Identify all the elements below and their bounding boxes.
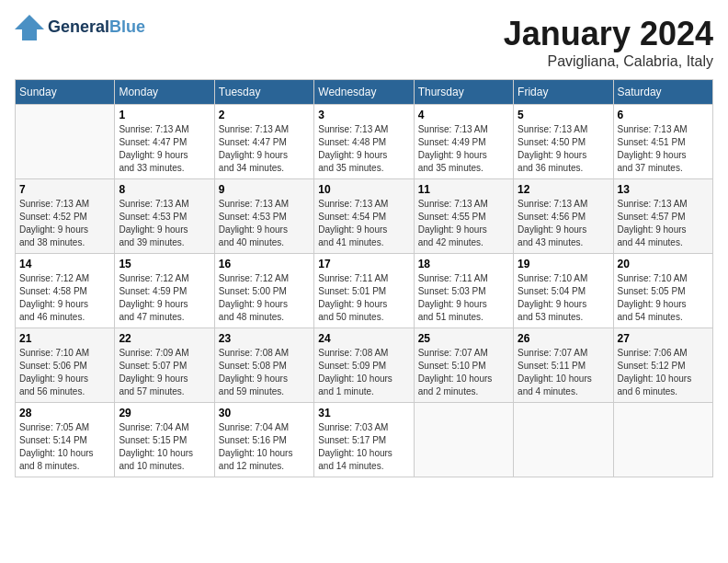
calendar-cell: 31Sunrise: 7:03 AMSunset: 5:17 PMDayligh…: [314, 403, 414, 477]
calendar-body: 1Sunrise: 7:13 AMSunset: 4:47 PMDaylight…: [16, 105, 713, 477]
day-number: 12: [518, 183, 609, 196]
day-number: 2: [219, 109, 310, 121]
day-info: Sunrise: 7:10 AMSunset: 5:04 PMDaylight:…: [518, 272, 609, 324]
weekday-header-sunday: Sunday: [16, 80, 115, 105]
day-info: Sunrise: 7:12 AMSunset: 4:58 PMDaylight:…: [19, 272, 110, 324]
day-info: Sunrise: 7:05 AMSunset: 5:14 PMDaylight:…: [19, 421, 110, 473]
day-number: 29: [119, 407, 210, 419]
page-header: GeneralBlue January 2024 Pavigliana, Cal…: [15, 15, 713, 70]
calendar-cell: [414, 403, 513, 477]
day-info: Sunrise: 7:11 AMSunset: 5:03 PMDaylight:…: [418, 272, 509, 324]
calendar-cell: 8Sunrise: 7:13 AMSunset: 4:53 PMDaylight…: [115, 179, 214, 254]
calendar-cell: 26Sunrise: 7:07 AMSunset: 5:11 PMDayligh…: [514, 328, 613, 403]
calendar-cell: 1Sunrise: 7:13 AMSunset: 4:47 PMDaylight…: [115, 105, 214, 179]
calendar-week-row: 14Sunrise: 7:12 AMSunset: 4:58 PMDayligh…: [16, 254, 713, 328]
calendar-week-row: 28Sunrise: 7:05 AMSunset: 5:14 PMDayligh…: [16, 403, 713, 477]
day-number: 11: [418, 183, 509, 196]
logo-text: GeneralBlue: [48, 18, 145, 37]
day-info: Sunrise: 7:09 AMSunset: 5:07 PMDaylight:…: [119, 347, 210, 398]
day-number: 20: [618, 258, 709, 270]
calendar-cell: 17Sunrise: 7:11 AMSunset: 5:01 PMDayligh…: [314, 254, 414, 328]
day-info: Sunrise: 7:08 AMSunset: 5:09 PMDaylight:…: [318, 347, 409, 398]
day-number: 31: [318, 407, 409, 419]
day-number: 18: [418, 258, 509, 270]
day-info: Sunrise: 7:07 AMSunset: 5:10 PMDaylight:…: [418, 347, 509, 398]
weekday-header-friday: Friday: [514, 80, 613, 105]
logo: GeneralBlue: [15, 15, 145, 40]
day-number: 15: [119, 258, 210, 270]
day-number: 28: [19, 407, 110, 419]
calendar-cell: 9Sunrise: 7:13 AMSunset: 4:53 PMDaylight…: [214, 179, 313, 254]
calendar-cell: 21Sunrise: 7:10 AMSunset: 5:06 PMDayligh…: [16, 328, 115, 403]
calendar-cell: 29Sunrise: 7:04 AMSunset: 5:15 PMDayligh…: [115, 403, 214, 477]
day-info: Sunrise: 7:13 AMSunset: 4:55 PMDaylight:…: [418, 198, 509, 249]
day-info: Sunrise: 7:04 AMSunset: 5:15 PMDaylight:…: [119, 421, 210, 473]
day-info: Sunrise: 7:11 AMSunset: 5:01 PMDaylight:…: [318, 272, 409, 324]
day-number: 27: [618, 332, 709, 345]
day-number: 24: [318, 332, 409, 345]
day-number: 25: [418, 332, 509, 345]
calendar-cell: 14Sunrise: 7:12 AMSunset: 4:58 PMDayligh…: [16, 254, 115, 328]
day-number: 4: [418, 109, 509, 121]
day-number: 13: [618, 183, 709, 196]
calendar-cell: 11Sunrise: 7:13 AMSunset: 4:55 PMDayligh…: [414, 179, 513, 254]
day-info: Sunrise: 7:12 AMSunset: 5:00 PMDaylight:…: [219, 272, 310, 324]
calendar-cell: 5Sunrise: 7:13 AMSunset: 4:50 PMDaylight…: [514, 105, 613, 179]
day-number: 23: [219, 332, 310, 345]
day-number: 19: [518, 258, 609, 270]
title-area: January 2024 Pavigliana, Calabria, Italy: [504, 15, 713, 70]
day-info: Sunrise: 7:10 AMSunset: 5:06 PMDaylight:…: [19, 347, 110, 398]
weekday-header-tuesday: Tuesday: [214, 80, 313, 105]
day-number: 22: [119, 332, 210, 345]
calendar-cell: 10Sunrise: 7:13 AMSunset: 4:54 PMDayligh…: [314, 179, 414, 254]
day-info: Sunrise: 7:13 AMSunset: 4:53 PMDaylight:…: [219, 198, 310, 249]
calendar-cell: [16, 105, 115, 179]
day-info: Sunrise: 7:13 AMSunset: 4:54 PMDaylight:…: [318, 198, 409, 249]
day-number: 14: [19, 258, 110, 270]
calendar-cell: [514, 403, 613, 477]
calendar-cell: 23Sunrise: 7:08 AMSunset: 5:08 PMDayligh…: [214, 328, 313, 403]
location-title: Pavigliana, Calabria, Italy: [504, 53, 713, 70]
day-info: Sunrise: 7:13 AMSunset: 4:52 PMDaylight:…: [19, 198, 110, 249]
calendar-cell: 24Sunrise: 7:08 AMSunset: 5:09 PMDayligh…: [314, 328, 414, 403]
calendar-cell: 30Sunrise: 7:04 AMSunset: 5:16 PMDayligh…: [214, 403, 313, 477]
day-info: Sunrise: 7:13 AMSunset: 4:48 PMDaylight:…: [318, 123, 409, 175]
day-number: 16: [219, 258, 310, 270]
day-number: 21: [19, 332, 110, 345]
day-number: 7: [19, 183, 110, 196]
calendar-cell: 13Sunrise: 7:13 AMSunset: 4:57 PMDayligh…: [613, 179, 712, 254]
calendar-cell: 15Sunrise: 7:12 AMSunset: 4:59 PMDayligh…: [115, 254, 214, 328]
calendar-week-row: 1Sunrise: 7:13 AMSunset: 4:47 PMDaylight…: [16, 105, 713, 179]
day-info: Sunrise: 7:13 AMSunset: 4:57 PMDaylight:…: [618, 198, 709, 249]
calendar-cell: 12Sunrise: 7:13 AMSunset: 4:56 PMDayligh…: [514, 179, 613, 254]
day-info: Sunrise: 7:08 AMSunset: 5:08 PMDaylight:…: [219, 347, 310, 398]
day-info: Sunrise: 7:13 AMSunset: 4:51 PMDaylight:…: [618, 123, 709, 175]
day-info: Sunrise: 7:13 AMSunset: 4:47 PMDaylight:…: [119, 123, 210, 175]
weekday-header-wednesday: Wednesday: [314, 80, 414, 105]
day-info: Sunrise: 7:12 AMSunset: 4:59 PMDaylight:…: [119, 272, 210, 324]
day-number: 10: [318, 183, 409, 196]
calendar-cell: 4Sunrise: 7:13 AMSunset: 4:49 PMDaylight…: [414, 105, 513, 179]
day-info: Sunrise: 7:13 AMSunset: 4:53 PMDaylight:…: [119, 198, 210, 249]
calendar-cell: 19Sunrise: 7:10 AMSunset: 5:04 PMDayligh…: [514, 254, 613, 328]
calendar-cell: 6Sunrise: 7:13 AMSunset: 4:51 PMDaylight…: [613, 105, 712, 179]
day-number: 30: [219, 407, 310, 419]
day-info: Sunrise: 7:13 AMSunset: 4:49 PMDaylight:…: [418, 123, 509, 175]
day-info: Sunrise: 7:07 AMSunset: 5:11 PMDaylight:…: [518, 347, 609, 398]
day-number: 3: [318, 109, 409, 121]
calendar-cell: 3Sunrise: 7:13 AMSunset: 4:48 PMDaylight…: [314, 105, 414, 179]
month-title: January 2024: [504, 15, 713, 53]
weekday-header-monday: Monday: [115, 80, 214, 105]
calendar-week-row: 7Sunrise: 7:13 AMSunset: 4:52 PMDaylight…: [16, 179, 713, 254]
calendar-cell: 20Sunrise: 7:10 AMSunset: 5:05 PMDayligh…: [613, 254, 712, 328]
logo-icon: [15, 15, 44, 40]
calendar-cell: [613, 403, 712, 477]
calendar-week-row: 21Sunrise: 7:10 AMSunset: 5:06 PMDayligh…: [16, 328, 713, 403]
calendar-cell: 27Sunrise: 7:06 AMSunset: 5:12 PMDayligh…: [613, 328, 712, 403]
weekday-header-row: SundayMondayTuesdayWednesdayThursdayFrid…: [16, 80, 713, 105]
weekday-header-saturday: Saturday: [613, 80, 712, 105]
calendar-table: SundayMondayTuesdayWednesdayThursdayFrid…: [15, 79, 713, 477]
day-info: Sunrise: 7:06 AMSunset: 5:12 PMDaylight:…: [618, 347, 709, 398]
day-info: Sunrise: 7:10 AMSunset: 5:05 PMDaylight:…: [618, 272, 709, 324]
day-number: 9: [219, 183, 310, 196]
